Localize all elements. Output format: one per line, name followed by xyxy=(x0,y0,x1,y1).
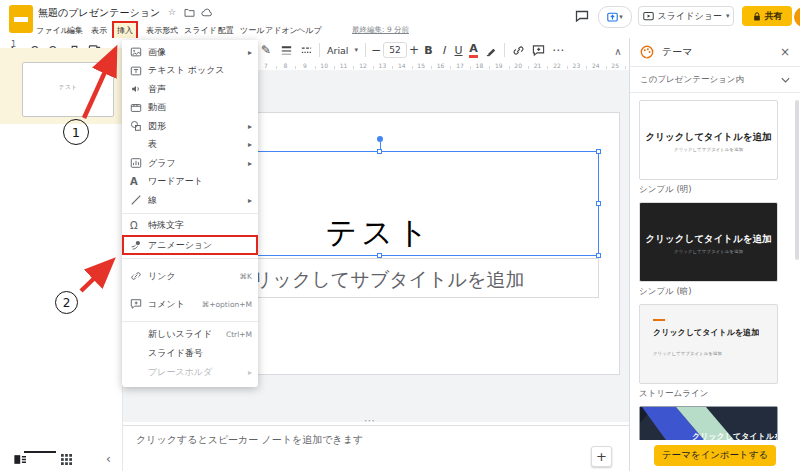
comment-history-icon[interactable] xyxy=(575,10,589,22)
themes-section-header[interactable]: このプレゼンテーション内 xyxy=(630,67,800,93)
resize-handle-n[interactable] xyxy=(377,149,382,154)
theme-item-simple-dark[interactable]: クリックしてタイトルを追加 クリックしてサブタイトルを追加 シンプル (暗) xyxy=(639,202,778,297)
slideshow-caret-icon[interactable]: ▾ xyxy=(726,13,730,20)
image-icon xyxy=(130,46,148,58)
bold-button[interactable]: B xyxy=(421,39,436,61)
collapse-filmstrip-button[interactable]: ‹ xyxy=(106,452,111,466)
menu-item-comment[interactable]: コメント ⌘+option+M xyxy=(122,290,258,318)
theme-item-4[interactable]: クリックしてタイトルを xyxy=(639,406,778,440)
insert-menu: 画像 ▸ テキスト ボックス 音声 動画 図形 ▸ 表 ▸ グラフ ▸ xyxy=(122,40,258,387)
close-panel-icon[interactable]: × xyxy=(780,45,790,59)
increase-font-button[interactable]: + xyxy=(407,39,421,61)
slideshow-button[interactable]: スライドショー ▾ xyxy=(638,6,734,26)
italic-button[interactable]: I xyxy=(436,39,451,61)
collapse-toolbar-button[interactable]: ∧ xyxy=(608,40,628,62)
chart-icon xyxy=(130,157,148,169)
menu-edit[interactable]: 編集 xyxy=(64,23,86,38)
theme-thumbnail[interactable]: クリックしてタイトルを追加 クリックしてサブタイトルを追加 xyxy=(639,304,778,384)
highlight-color-button[interactable] xyxy=(481,39,501,61)
slide-filmstrip: 1 テスト ‹ xyxy=(0,62,123,471)
selected-slide-cell[interactable]: 1 テスト xyxy=(0,48,122,124)
link-icon xyxy=(130,270,148,282)
submenu-caret-icon: ▸ xyxy=(248,140,252,149)
submenu-caret-icon: ▸ xyxy=(248,122,252,131)
submenu-caret-icon: ▸ xyxy=(248,159,252,168)
grid-view-button[interactable] xyxy=(61,454,72,465)
explore-button[interactable]: + xyxy=(591,446,612,467)
border-color-button[interactable]: ✎ xyxy=(256,39,276,61)
last-edit-link[interactable]: 最終編集: 9 分前 xyxy=(352,25,409,35)
cloud-status-icon[interactable] xyxy=(201,8,213,17)
slide-thumbnail[interactable]: テスト xyxy=(22,62,114,117)
menu-item-table[interactable]: 表 ▸ xyxy=(122,136,258,155)
share-button[interactable]: 共有 xyxy=(742,6,792,26)
menu-item-video[interactable]: 動画 xyxy=(122,99,258,118)
menu-item-image[interactable]: 画像 ▸ xyxy=(122,43,258,62)
shortcut-label: ⌘K xyxy=(240,272,252,281)
underline-button[interactable]: U xyxy=(451,39,466,61)
shortcut-label: Ctrl+M xyxy=(226,330,252,339)
menu-view[interactable]: 表示 xyxy=(88,23,110,38)
menu-item-audio[interactable]: 音声 xyxy=(122,80,258,99)
font-size-input[interactable]: 52 xyxy=(383,42,407,58)
present-icon xyxy=(607,12,618,23)
menu-item-slide-number[interactable]: スライド番号 xyxy=(122,344,258,363)
menu-item-new-slide[interactable]: 新しいスライド Ctrl+M xyxy=(122,325,258,344)
theme-name: シンプル (明) xyxy=(639,184,778,195)
theme-item-streamline[interactable]: クリックしてタイトルを追加 クリックしてサブタイトルを追加 ストリームライン xyxy=(639,304,778,399)
theme-thumbnail[interactable]: クリックしてタイトルを xyxy=(639,406,778,440)
speaker-notes-placeholder[interactable]: クリックするとスピーカー ノートを追加できます xyxy=(136,433,363,447)
star-icon[interactable]: ☆ xyxy=(168,7,176,17)
themes-panel: テーマ × このプレゼンテーション内 クリックしてタイトルを追加 クリックしてサ… xyxy=(629,38,800,471)
menu-item-line[interactable]: 線 ▸ xyxy=(122,191,258,210)
menu-arrange[interactable]: 配置 xyxy=(215,23,237,38)
annotation-step-2: 2 xyxy=(55,291,78,314)
menu-item-link[interactable]: リンク ⌘K xyxy=(122,262,258,290)
resize-handle-e[interactable] xyxy=(596,201,601,206)
border-dash-button[interactable] xyxy=(296,39,316,61)
theme-list: クリックしてタイトルを追加 クリックしてサブタイトルを追加 シンプル (明) ク… xyxy=(630,93,800,440)
shortcut-label: ⌘+option+M xyxy=(202,300,252,309)
text-color-button[interactable]: A xyxy=(466,39,481,61)
theme-name: ストリームライン xyxy=(639,388,778,399)
section-label: このプレゼンテーション内 xyxy=(640,74,775,86)
decrease-font-button[interactable]: − xyxy=(369,39,383,61)
menu-slide[interactable]: スライド xyxy=(181,23,220,38)
share-label: 共有 xyxy=(765,10,783,23)
document-title[interactable]: 無題のプレゼンテーション xyxy=(38,6,160,20)
submenu-caret-icon: ▸ xyxy=(248,196,252,205)
menu-item-wordart[interactable]: A ワードアート xyxy=(122,173,258,192)
menu-separator xyxy=(122,321,258,322)
present-caret-icon[interactable]: ▾ xyxy=(619,14,623,21)
animation-icon xyxy=(130,239,148,251)
line-weight-icon xyxy=(280,44,293,57)
insert-comment-button[interactable] xyxy=(528,39,548,61)
menu-item-shape[interactable]: 図形 ▸ xyxy=(122,117,258,136)
insert-link-button[interactable] xyxy=(508,39,528,61)
menu-format[interactable]: 表示形式 xyxy=(143,23,181,38)
menu-item-chart[interactable]: グラフ ▸ xyxy=(122,154,258,173)
panel-scrollbar[interactable] xyxy=(795,100,799,260)
import-theme-button[interactable]: テーマをインポートする xyxy=(654,445,776,466)
menu-insert[interactable]: 挿入 xyxy=(114,23,136,38)
theme-item-simple-light[interactable]: クリックしてタイトルを追加 クリックしてサブタイトルを追加 シンプル (明) xyxy=(639,100,778,195)
menu-separator xyxy=(122,258,258,259)
filmstrip-view-icon xyxy=(14,454,27,465)
avatar[interactable] xyxy=(794,7,800,27)
theme-thumbnail[interactable]: クリックしてタイトルを追加 クリックしてサブタイトルを追加 xyxy=(639,202,778,282)
menu-item-special-characters[interactable]: Ω 特殊文字 xyxy=(122,217,258,236)
move-folder-icon[interactable] xyxy=(184,8,195,17)
menu-help[interactable]: ヘルプ xyxy=(294,23,325,38)
border-weight-button[interactable] xyxy=(276,39,296,61)
menu-item-textbox[interactable]: テキスト ボックス xyxy=(122,62,258,81)
slides-logo[interactable] xyxy=(9,5,33,33)
present-button[interactable]: ▾ xyxy=(598,6,632,28)
more-options-button[interactable]: ⋯ xyxy=(548,39,568,61)
font-family-select[interactable]: Arial ▾ xyxy=(323,45,362,56)
filmstrip-view-button[interactable] xyxy=(14,454,27,465)
theme-thumbnail[interactable]: クリックしてタイトルを追加 クリックしてサブタイトルを追加 xyxy=(639,100,778,180)
resize-handle-ne[interactable] xyxy=(596,149,601,154)
menu-item-animation[interactable]: アニメーション xyxy=(122,235,258,255)
speaker-notes[interactable]: クリックするとスピーカー ノートを追加できます + xyxy=(123,425,629,471)
slideshow-label: スライドショー xyxy=(658,10,722,23)
